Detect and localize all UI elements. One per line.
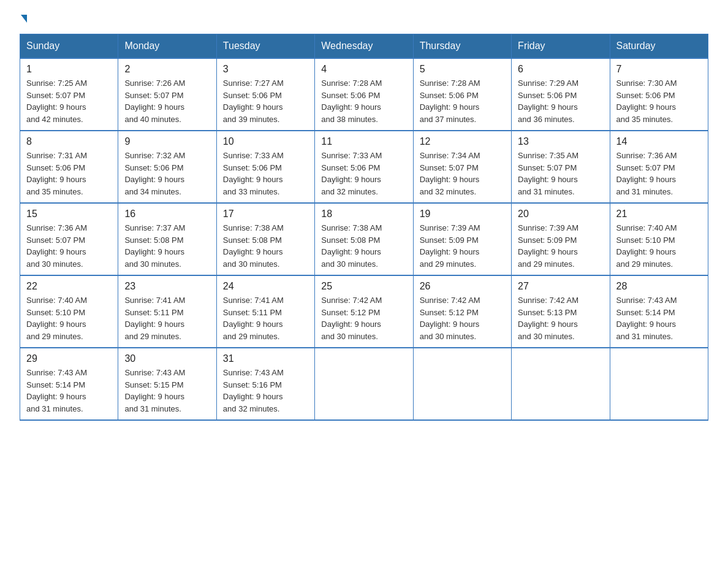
calendar-cell: 19 Sunrise: 7:39 AM Sunset: 5:09 PM Dayl…: [413, 203, 511, 275]
calendar-cell: 20 Sunrise: 7:39 AM Sunset: 5:09 PM Dayl…: [512, 203, 610, 275]
calendar-cell: 2 Sunrise: 7:26 AM Sunset: 5:07 PM Dayli…: [118, 58, 216, 131]
day-number: 27: [518, 281, 603, 292]
day-info: Sunrise: 7:39 AM Sunset: 5:09 PM Dayligh…: [518, 222, 603, 270]
day-info: Sunrise: 7:25 AM Sunset: 5:07 PM Dayligh…: [26, 77, 112, 125]
calendar-cell: 23 Sunrise: 7:41 AM Sunset: 5:11 PM Dayl…: [118, 275, 216, 348]
day-number: 8: [26, 136, 112, 147]
day-number: 29: [26, 353, 112, 364]
day-info: Sunrise: 7:29 AM Sunset: 5:06 PM Dayligh…: [518, 77, 603, 125]
day-header-saturday: Saturday: [610, 34, 708, 59]
day-info: Sunrise: 7:42 AM Sunset: 5:12 PM Dayligh…: [321, 294, 406, 342]
week-row-4: 22 Sunrise: 7:40 AM Sunset: 5:10 PM Dayl…: [20, 275, 708, 348]
day-info: Sunrise: 7:43 AM Sunset: 5:16 PM Dayligh…: [223, 367, 308, 415]
day-info: Sunrise: 7:27 AM Sunset: 5:06 PM Dayligh…: [223, 77, 308, 125]
header-row: SundayMondayTuesdayWednesdayThursdayFrid…: [20, 34, 708, 59]
day-info: Sunrise: 7:40 AM Sunset: 5:10 PM Dayligh…: [26, 294, 112, 342]
day-number: 12: [420, 136, 505, 147]
day-info: Sunrise: 7:42 AM Sunset: 5:13 PM Dayligh…: [518, 294, 603, 342]
day-number: 14: [616, 136, 702, 147]
day-number: 16: [124, 209, 210, 220]
calendar-cell: 11 Sunrise: 7:33 AM Sunset: 5:06 PM Dayl…: [315, 131, 413, 203]
calendar-cell: 12 Sunrise: 7:34 AM Sunset: 5:07 PM Dayl…: [413, 131, 511, 203]
day-number: 10: [223, 136, 308, 147]
calendar-cell: 22 Sunrise: 7:40 AM Sunset: 5:10 PM Dayl…: [20, 275, 118, 348]
day-info: Sunrise: 7:39 AM Sunset: 5:09 PM Dayligh…: [420, 222, 505, 270]
day-info: Sunrise: 7:41 AM Sunset: 5:11 PM Dayligh…: [124, 294, 210, 342]
calendar-cell: 1 Sunrise: 7:25 AM Sunset: 5:07 PM Dayli…: [20, 58, 118, 131]
calendar-cell: 9 Sunrise: 7:32 AM Sunset: 5:06 PM Dayli…: [118, 131, 216, 203]
calendar-cell: [413, 348, 511, 420]
day-number: 20: [518, 209, 603, 220]
day-info: Sunrise: 7:36 AM Sunset: 5:07 PM Dayligh…: [616, 150, 702, 197]
day-info: Sunrise: 7:42 AM Sunset: 5:12 PM Dayligh…: [420, 294, 505, 342]
day-number: 17: [223, 209, 308, 220]
calendar-cell: 29 Sunrise: 7:43 AM Sunset: 5:14 PM Dayl…: [20, 348, 118, 420]
calendar-cell: [512, 348, 610, 420]
day-number: 26: [420, 281, 505, 292]
day-header-monday: Monday: [118, 34, 216, 59]
day-number: 15: [26, 209, 112, 220]
calendar-cell: 7 Sunrise: 7:30 AM Sunset: 5:06 PM Dayli…: [610, 58, 708, 131]
day-number: 24: [223, 281, 308, 292]
day-number: 30: [124, 353, 210, 364]
calendar-cell: [610, 348, 708, 420]
day-number: 21: [616, 209, 702, 220]
calendar-cell: 3 Sunrise: 7:27 AM Sunset: 5:06 PM Dayli…: [216, 58, 314, 131]
day-info: Sunrise: 7:33 AM Sunset: 5:06 PM Dayligh…: [321, 150, 406, 197]
day-info: Sunrise: 7:35 AM Sunset: 5:07 PM Dayligh…: [518, 150, 603, 197]
calendar-cell: [315, 348, 413, 420]
calendar-cell: 18 Sunrise: 7:38 AM Sunset: 5:08 PM Dayl…: [315, 203, 413, 275]
calendar-table: SundayMondayTuesdayWednesdayThursdayFrid…: [20, 34, 708, 421]
calendar-cell: 28 Sunrise: 7:43 AM Sunset: 5:14 PM Dayl…: [610, 275, 708, 348]
calendar-cell: 5 Sunrise: 7:28 AM Sunset: 5:06 PM Dayli…: [413, 58, 511, 131]
day-info: Sunrise: 7:38 AM Sunset: 5:08 PM Dayligh…: [321, 222, 406, 270]
day-info: Sunrise: 7:43 AM Sunset: 5:15 PM Dayligh…: [124, 367, 210, 415]
calendar-cell: 31 Sunrise: 7:43 AM Sunset: 5:16 PM Dayl…: [216, 348, 314, 420]
day-info: Sunrise: 7:32 AM Sunset: 5:06 PM Dayligh…: [124, 150, 210, 197]
day-number: 3: [223, 64, 308, 75]
day-info: Sunrise: 7:30 AM Sunset: 5:06 PM Dayligh…: [616, 77, 702, 125]
day-number: 4: [321, 64, 406, 75]
calendar-cell: 16 Sunrise: 7:37 AM Sunset: 5:08 PM Dayl…: [118, 203, 216, 275]
week-row-3: 15 Sunrise: 7:36 AM Sunset: 5:07 PM Dayl…: [20, 203, 708, 275]
day-number: 25: [321, 281, 406, 292]
week-row-2: 8 Sunrise: 7:31 AM Sunset: 5:06 PM Dayli…: [20, 131, 708, 203]
day-number: 18: [321, 209, 406, 220]
day-number: 23: [124, 281, 210, 292]
day-number: 7: [616, 64, 702, 75]
calendar-cell: 21 Sunrise: 7:40 AM Sunset: 5:10 PM Dayl…: [610, 203, 708, 275]
day-number: 1: [26, 64, 112, 75]
calendar-cell: 15 Sunrise: 7:36 AM Sunset: 5:07 PM Dayl…: [20, 203, 118, 275]
week-row-5: 29 Sunrise: 7:43 AM Sunset: 5:14 PM Dayl…: [20, 348, 708, 420]
day-header-tuesday: Tuesday: [216, 34, 314, 59]
calendar-cell: 8 Sunrise: 7:31 AM Sunset: 5:06 PM Dayli…: [20, 131, 118, 203]
day-header-friday: Friday: [512, 34, 610, 59]
day-number: 28: [616, 281, 702, 292]
day-info: Sunrise: 7:36 AM Sunset: 5:07 PM Dayligh…: [26, 222, 112, 270]
week-row-1: 1 Sunrise: 7:25 AM Sunset: 5:07 PM Dayli…: [20, 58, 708, 131]
calendar-cell: 27 Sunrise: 7:42 AM Sunset: 5:13 PM Dayl…: [512, 275, 610, 348]
day-header-sunday: Sunday: [20, 34, 118, 59]
day-info: Sunrise: 7:41 AM Sunset: 5:11 PM Dayligh…: [223, 294, 308, 342]
calendar-cell: 14 Sunrise: 7:36 AM Sunset: 5:07 PM Dayl…: [610, 131, 708, 203]
day-number: 5: [420, 64, 505, 75]
day-info: Sunrise: 7:40 AM Sunset: 5:10 PM Dayligh…: [616, 222, 702, 270]
day-number: 19: [420, 209, 505, 220]
day-info: Sunrise: 7:37 AM Sunset: 5:08 PM Dayligh…: [124, 222, 210, 270]
page-header: [20, 15, 708, 23]
calendar-cell: 24 Sunrise: 7:41 AM Sunset: 5:11 PM Dayl…: [216, 275, 314, 348]
day-info: Sunrise: 7:33 AM Sunset: 5:06 PM Dayligh…: [223, 150, 308, 197]
calendar-cell: 30 Sunrise: 7:43 AM Sunset: 5:15 PM Dayl…: [118, 348, 216, 420]
day-number: 31: [223, 353, 308, 364]
day-number: 2: [124, 64, 210, 75]
day-info: Sunrise: 7:43 AM Sunset: 5:14 PM Dayligh…: [26, 367, 112, 415]
day-info: Sunrise: 7:31 AM Sunset: 5:06 PM Dayligh…: [26, 150, 112, 197]
day-info: Sunrise: 7:28 AM Sunset: 5:06 PM Dayligh…: [321, 77, 406, 125]
calendar-cell: 26 Sunrise: 7:42 AM Sunset: 5:12 PM Dayl…: [413, 275, 511, 348]
day-header-wednesday: Wednesday: [315, 34, 413, 59]
calendar-cell: 13 Sunrise: 7:35 AM Sunset: 5:07 PM Dayl…: [512, 131, 610, 203]
calendar-cell: 25 Sunrise: 7:42 AM Sunset: 5:12 PM Dayl…: [315, 275, 413, 348]
day-number: 11: [321, 136, 406, 147]
day-number: 13: [518, 136, 603, 147]
day-info: Sunrise: 7:38 AM Sunset: 5:08 PM Dayligh…: [223, 222, 308, 270]
